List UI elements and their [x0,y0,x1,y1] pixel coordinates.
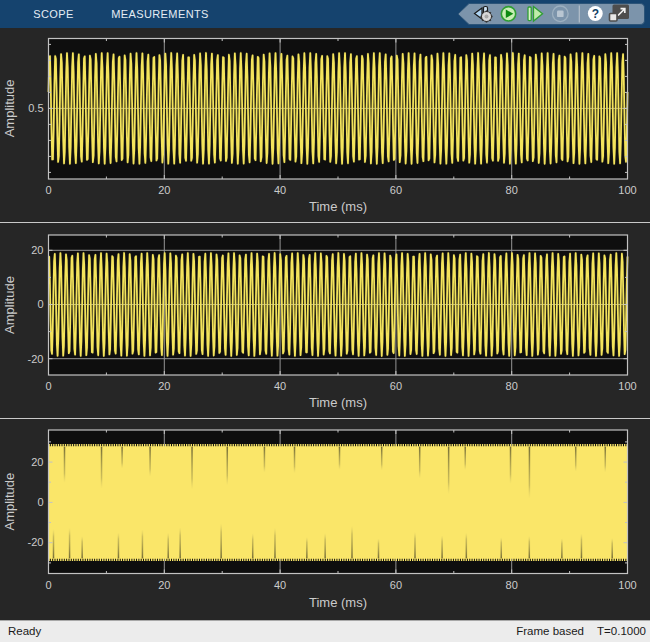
svg-text:20: 20 [158,380,170,392]
svg-text:40: 40 [274,184,286,196]
svg-text:SCOPE: SCOPE [33,8,74,20]
svg-text:100: 100 [618,184,636,196]
svg-text:60: 60 [390,184,402,196]
svg-text:Amplitude: Amplitude [2,473,17,531]
svg-text:?: ? [592,7,599,21]
svg-text:80: 80 [506,184,518,196]
svg-text:60: 60 [390,579,402,591]
svg-text:0.5: 0.5 [28,102,43,114]
svg-text:Amplitude: Amplitude [2,276,17,334]
svg-text:Time (ms): Time (ms) [309,395,367,410]
svg-text:80: 80 [506,380,518,392]
svg-text:0: 0 [45,184,51,196]
svg-text:MEASUREMENTS: MEASUREMENTS [111,8,209,20]
svg-text:-20: -20 [28,536,44,548]
svg-text:40: 40 [274,579,286,591]
svg-text:60: 60 [390,380,402,392]
svg-text:20: 20 [158,184,170,196]
svg-text:20: 20 [31,456,43,468]
svg-text:Time (ms): Time (ms) [309,595,367,610]
svg-text:0: 0 [37,496,43,508]
svg-text:100: 100 [618,380,636,392]
svg-text:20: 20 [31,244,43,256]
svg-text:0: 0 [45,579,51,591]
svg-text:20: 20 [158,579,170,591]
svg-text:0: 0 [45,380,51,392]
svg-text:0: 0 [37,298,43,310]
svg-text:Time (ms): Time (ms) [309,199,367,214]
svg-text:Amplitude: Amplitude [2,79,17,137]
svg-text:40: 40 [274,380,286,392]
svg-text:-20: -20 [28,353,44,365]
svg-text:100: 100 [618,579,636,591]
svg-text:80: 80 [506,579,518,591]
